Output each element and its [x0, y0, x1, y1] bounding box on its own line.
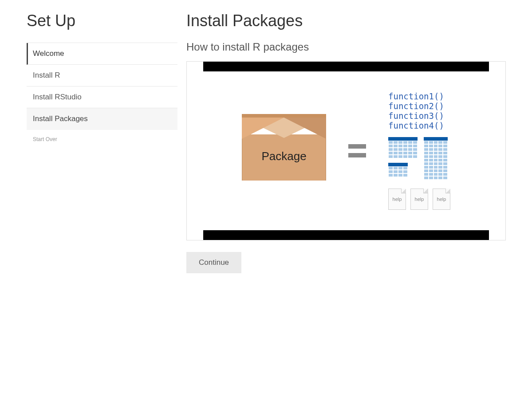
page-subtitle: How to install R packages	[186, 41, 506, 53]
help-doc-icon: help	[388, 189, 406, 210]
equals-icon	[348, 144, 366, 157]
data-table-icon	[424, 137, 448, 180]
package-contents-graphic: function1() function2() function3() func…	[388, 92, 450, 209]
package-box-label: Package	[242, 149, 326, 163]
nav-item-install-packages[interactable]: Install Packages	[27, 108, 177, 130]
function-line: function3()	[388, 111, 444, 121]
data-table-icon	[388, 137, 418, 158]
data-table-icon	[388, 163, 408, 177]
video-content: Package function1() function2() function…	[187, 71, 505, 230]
function-line: function2()	[388, 102, 444, 111]
sidebar-title: Set Up	[27, 12, 177, 30]
video-letterbox-bottom	[203, 230, 489, 240]
video-frame[interactable]: Package function1() function2() function…	[186, 61, 506, 240]
main-content: Install Packages How to install R packag…	[186, 9, 506, 273]
nav-list: Welcome Install R Install RStudio Instal…	[27, 43, 177, 130]
help-doc-icon: help	[433, 189, 450, 210]
video-letterbox-top	[203, 62, 489, 71]
start-over-link[interactable]: Start Over	[27, 130, 177, 142]
page-title: Install Packages	[186, 12, 506, 30]
function-line: function1()	[388, 92, 444, 102]
continue-button[interactable]: Continue	[186, 252, 241, 273]
package-box-graphic: Package	[242, 118, 326, 184]
sidebar: Set Up Welcome Install R Install RStudio…	[27, 9, 177, 273]
nav-item-install-rstudio[interactable]: Install RStudio	[27, 86, 177, 108]
function-line: function4()	[388, 121, 444, 131]
help-doc-icon: help	[410, 189, 428, 210]
nav-item-welcome[interactable]: Welcome	[27, 43, 177, 65]
nav-item-install-r[interactable]: Install R	[27, 65, 177, 86]
functions-list: function1() function2() function3() func…	[388, 92, 444, 130]
